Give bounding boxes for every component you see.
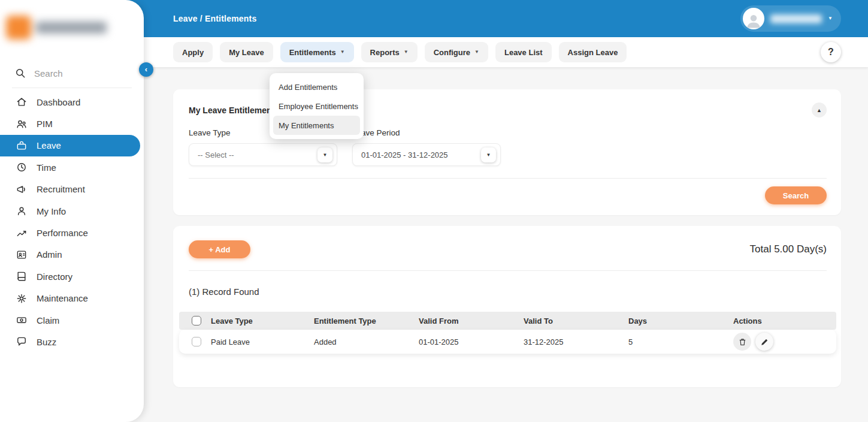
breadcrumb[interactable]: Leave / Entitlements [173,14,256,23]
sidebar-item-recruitment[interactable]: Recruitment [0,179,144,200]
id-card-icon [16,249,28,261]
search-button[interactable]: Search [765,186,827,204]
book-icon [16,270,28,282]
table-header-row: Leave Type Entitlement Type Valid From V… [179,312,836,330]
search-input[interactable] [34,68,118,79]
select-all-checkbox[interactable] [192,316,201,325]
menu-item-add-entitlements[interactable]: Add Entitlements [273,77,360,97]
tab-label: My Leave [229,48,264,57]
cell-valid-from: 01-01-2025 [419,337,524,346]
divider [189,178,827,179]
entitlements-table: Leave Type Entitlement Type Valid From V… [179,312,836,354]
module-tab-bar: Apply My Leave Entitlements ▼ Reports ▼ … [144,37,868,67]
people-icon [16,118,28,130]
tab-label: Configure [434,48,470,57]
sidebar: Dashboard PIM Leave Time Recruitment [0,0,144,422]
col-header: Days [628,316,733,325]
tab-configure[interactable]: Configure ▼ [425,42,488,62]
cell-days: 5 [628,337,733,346]
record-count: (1) Record Found [189,287,827,297]
entitlements-dropdown-menu: Add Entitlements Employee Entitlements M… [270,73,364,139]
main-content: My Leave Entitlements ▲ Leave Type -- Se… [144,67,868,422]
gear-icon [16,293,28,305]
sidebar-item-directory[interactable]: Directory [0,266,144,287]
tab-assign-leave[interactable]: Assign Leave [559,42,627,62]
user-menu[interactable]: ▼ [740,5,841,32]
clock-icon [16,161,28,173]
col-header: Leave Type [211,316,314,325]
tab-label: Assign Leave [568,48,618,57]
megaphone-icon [16,183,28,195]
table-row: Paid Leave Added 01-01-2025 31-12-2025 5 [179,330,836,354]
sidebar-item-pim[interactable]: PIM [0,113,144,134]
total-days-label: Total 5.00 Day(s) [750,243,827,255]
sidebar-item-performance[interactable]: Performance [0,222,144,243]
suitcase-icon [16,140,28,152]
caret-up-icon: ▲ [816,107,822,113]
col-header: Valid To [524,316,628,325]
tab-entitlements[interactable]: Entitlements ▼ [280,42,354,62]
sidebar-item-admin[interactable]: Admin [0,244,144,266]
sidebar-item-time[interactable]: Time [0,156,144,178]
sidebar-item-label: My Info [37,206,66,216]
user-avatar [743,8,764,29]
tab-reports[interactable]: Reports ▼ [361,42,418,62]
pencil-icon [760,337,769,346]
sidebar-item-label: Dashboard [37,97,80,107]
cell-leave-type: Paid Leave [211,337,314,346]
person-icon [745,11,763,29]
logo-text [36,22,107,34]
leave-period-label: Leave Period [352,128,501,137]
sidebar-menu: Dashboard PIM Leave Time Recruitment [0,91,144,353]
leave-type-select[interactable]: -- Select -- ▼ [189,143,337,166]
row-actions [733,333,829,351]
sidebar-item-label: Time [37,162,56,173]
money-icon [16,314,28,326]
cell-valid-to: 31-12-2025 [524,337,628,346]
app-logo-redacted[interactable] [6,12,117,43]
logo-mark [6,16,31,40]
row-checkbox[interactable] [192,337,201,346]
col-header: Valid From [419,316,524,325]
sidebar-item-leave[interactable]: Leave [0,135,140,156]
menu-item-my-entitlements[interactable]: My Entitlements [273,116,360,135]
tab-label: Leave List [504,48,543,57]
chevron-down-icon: ▼ [481,147,496,162]
cell-entitlement-type: Added [314,337,419,346]
sidebar-collapse-button[interactable]: ‹ [139,62,153,77]
chevron-down-icon: ▼ [404,50,409,55]
chat-bubble-icon [16,336,28,348]
edit-button[interactable] [755,333,773,351]
sidebar-item-dashboard[interactable]: Dashboard [0,91,144,113]
user-caret-icon: ▼ [828,16,833,21]
chevron-left-icon: ‹ [145,65,147,74]
sidebar-item-my-info[interactable]: My Info [0,200,144,222]
trash-icon [738,337,747,346]
sidebar-item-buzz[interactable]: Buzz [0,331,144,352]
add-button[interactable]: + Add [189,240,250,258]
entitlements-results-card: + Add Total 5.00 Day(s) (1) Record Found… [173,226,841,387]
tab-label: Entitlements [289,48,336,57]
chevron-down-icon: ▼ [474,50,479,55]
delete-button[interactable] [733,333,751,351]
leave-period-select[interactable]: 01-01-2025 - 31-12-2025 ▼ [352,143,501,166]
sidebar-item-label: Buzz [37,337,56,347]
sidebar-item-label: Recruitment [37,184,85,194]
col-header: Entitlement Type [314,316,419,325]
collapse-card-button[interactable]: ▲ [812,103,827,117]
help-button[interactable]: ? [821,42,841,62]
sidebar-item-label: Maintenance [37,293,88,303]
tab-leave-list[interactable]: Leave List [495,42,552,62]
tab-apply[interactable]: Apply [173,42,213,62]
sidebar-item-label: Claim [37,315,59,325]
sidebar-item-label: Directory [37,272,72,282]
card-title: My Leave Entitlements [189,106,279,115]
chevron-down-icon: ▼ [317,147,332,162]
sidebar-item-maintenance[interactable]: Maintenance [0,288,144,309]
menu-item-employee-entitlements[interactable]: Employee Entitlements [273,97,360,116]
col-header: Actions [733,316,829,325]
search-icon [14,67,26,79]
tab-my-leave[interactable]: My Leave [220,42,273,62]
sidebar-item-claim[interactable]: Claim [0,309,144,331]
select-value: -- Select -- [198,150,234,159]
